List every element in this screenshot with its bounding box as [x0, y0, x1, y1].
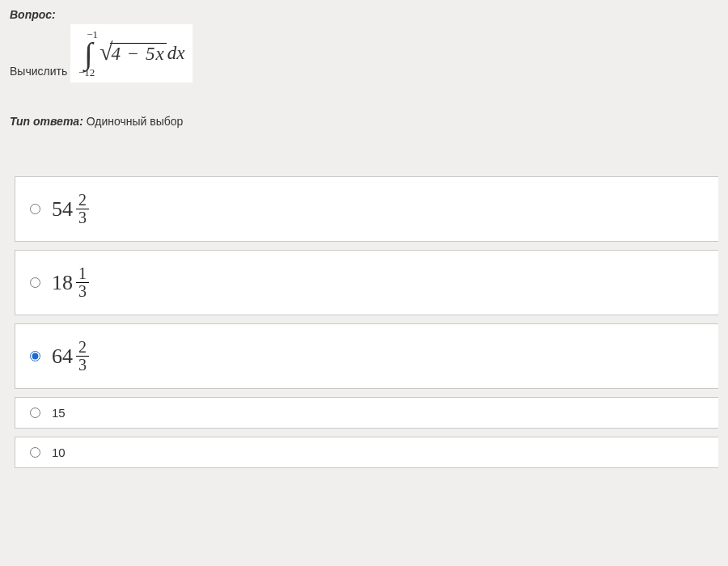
option-den-2: 3 — [76, 357, 89, 374]
option-3[interactable]: 15 — [15, 397, 718, 429]
answer-type-row: Тип ответа: Одиночный выбор — [10, 115, 718, 128]
option-den-1: 3 — [76, 283, 89, 300]
option-4[interactable]: 10 — [15, 437, 718, 468]
answer-type-value: Одиночный выбор — [87, 115, 184, 128]
dx: dx — [167, 43, 185, 64]
option-2[interactable]: 64 2 3 — [15, 323, 718, 389]
question-row: Вычислить −1 ∫ −12 √ 4 − 5x dx — [10, 24, 718, 82]
option-radio-4[interactable] — [30, 447, 40, 458]
option-0[interactable]: 54 2 3 — [15, 176, 718, 242]
option-value-2: 64 2 3 — [52, 339, 89, 374]
option-fraction-2: 2 3 — [76, 339, 89, 374]
compute-prefix: Вычислить — [10, 65, 67, 82]
lower-bound: −12 — [78, 67, 95, 78]
option-value-1: 18 1 3 — [52, 265, 89, 300]
option-radio-1[interactable] — [30, 277, 40, 288]
option-1[interactable]: 18 1 3 — [15, 250, 718, 315]
question-label: Вопрос: — [10, 8, 718, 21]
option-radio-0[interactable] — [30, 204, 40, 214]
option-value-4: 10 — [52, 446, 66, 459]
option-fraction-1: 1 3 — [76, 265, 89, 300]
option-num-0: 2 — [76, 192, 89, 209]
radicand: 4 − 5x — [110, 43, 167, 65]
sqrt-expression: √ 4 − 5x — [99, 40, 167, 67]
option-whole-2: 64 — [52, 344, 73, 369]
option-den-0: 3 — [76, 209, 89, 226]
option-fraction-0: 2 3 — [76, 192, 89, 226]
option-radio-3[interactable] — [30, 408, 40, 418]
option-num-2: 2 — [76, 339, 89, 357]
answer-type-label: Тип ответа: — [10, 115, 83, 128]
integral-expression: −1 ∫ −12 √ 4 − 5x dx — [70, 24, 193, 82]
option-radio-2[interactable] — [30, 351, 40, 361]
integral-symbol: ∫ — [84, 40, 92, 67]
option-value-3: 15 — [52, 406, 66, 420]
options-area: 54 2 3 18 1 3 64 2 3 15 — [10, 176, 718, 468]
option-value-0: 54 2 3 — [52, 192, 89, 226]
integral-bounds: −1 ∫ −12 — [78, 29, 98, 78]
option-whole-1: 18 — [52, 271, 73, 295]
option-num-1: 1 — [76, 265, 89, 283]
surd-symbol: √ — [99, 38, 112, 65]
option-whole-0: 54 — [52, 197, 73, 222]
